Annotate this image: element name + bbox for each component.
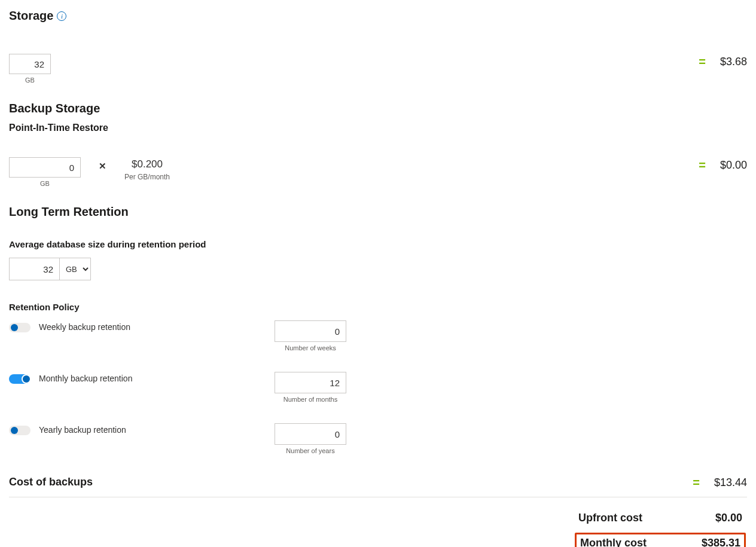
weekly-toggle[interactable] [9, 323, 31, 332]
monthly-cost-label: Monthly cost [580, 537, 647, 547]
weekly-input[interactable] [275, 320, 346, 342]
monthly-label: Monthly backup retention [39, 372, 266, 383]
cost-of-backups-result: $13.44 [714, 476, 747, 489]
yearly-toggle[interactable] [9, 426, 31, 435]
multiply-icon: ✕ [99, 161, 106, 172]
storage-heading: Storage [9, 9, 53, 23]
weekly-caption: Number of weeks [285, 344, 336, 352]
yearly-input[interactable] [275, 423, 346, 445]
pitr-result: $0.00 [720, 159, 747, 172]
retention-policy-label: Retention Policy [9, 302, 747, 312]
storage-unit-label: GB [25, 77, 35, 84]
avg-db-size-input[interactable] [9, 258, 59, 280]
avg-db-size-unit-select[interactable]: GB [59, 258, 91, 280]
divider [9, 497, 747, 497]
equals-icon: = [699, 55, 706, 69]
pitr-input[interactable] [9, 157, 81, 178]
equals-icon: = [693, 476, 700, 490]
storage-result: $3.68 [720, 56, 747, 68]
pitr-unit-label: GB [40, 180, 50, 187]
info-icon[interactable]: i [57, 11, 66, 21]
monthly-toggle[interactable] [9, 374, 31, 384]
pitr-heading: Point-In-Time Restore [9, 123, 747, 133]
avg-db-size-label: Average database size during retention p… [9, 239, 747, 249]
monthly-caption: Number of months [284, 396, 337, 403]
backup-storage-heading: Backup Storage [9, 102, 100, 115]
monthly-cost-value: $385.31 [702, 537, 740, 547]
upfront-cost-value: $0.00 [715, 512, 742, 524]
yearly-caption: Number of years [286, 447, 334, 454]
storage-input[interactable] [9, 54, 51, 74]
equals-icon: = [699, 158, 706, 172]
ltr-heading: Long Term Retention [9, 205, 129, 219]
yearly-label: Yearly backup retention [39, 423, 266, 435]
weekly-label: Weekly backup retention [39, 320, 266, 332]
pitr-rate: $0.200 [132, 158, 163, 170]
upfront-cost-label: Upfront cost [578, 512, 642, 524]
monthly-input[interactable] [275, 372, 346, 393]
cost-of-backups-label: Cost of backups [9, 476, 93, 488]
pitr-rate-unit: Per GB/month [124, 173, 170, 181]
